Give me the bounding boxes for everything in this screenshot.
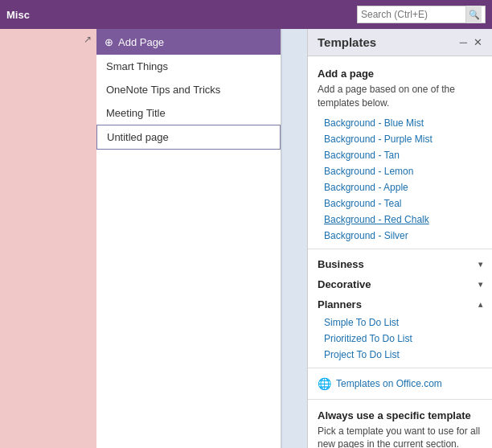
add-page-section-header: Add a page (308, 63, 492, 81)
page-list: Smart Things OneNote Tips and Tricks Mee… (96, 55, 281, 448)
always-template-title: Always use a specific template (318, 409, 482, 421)
misc-label: Misc (6, 9, 30, 21)
template-bg-blue[interactable]: Background - Blue Mist (308, 115, 492, 131)
search-input[interactable] (361, 9, 465, 20)
category-planners-label: Planners (318, 298, 362, 310)
add-page-section-desc: Add a page based on one of the templates… (308, 81, 492, 115)
template-bg-tan[interactable]: Background - Tan (308, 147, 492, 163)
office-link[interactable]: 🌐 Templates on Office.com (308, 373, 492, 394)
add-page-label: Add Page (118, 36, 164, 48)
templates-controls: ─ ✕ (460, 36, 482, 48)
template-prioritized-todo[interactable]: Prioritized To Do List (308, 331, 492, 347)
office-icon: 🌐 (318, 377, 331, 390)
templates-pin-button[interactable]: ─ (460, 36, 467, 48)
templates-title: Templates (318, 35, 376, 49)
search-button[interactable]: 🔍 (465, 6, 482, 23)
top-bar: Misc 🔍 (0, 0, 492, 29)
template-simple-todo[interactable]: Simple To Do List (308, 314, 492, 331)
template-bg-teal[interactable]: Background - Teal (308, 195, 492, 212)
template-bg-apple[interactable]: Background - Apple (308, 179, 492, 195)
list-item[interactable]: Untitled page (96, 125, 281, 150)
chevron-down-icon: ▾ (478, 260, 482, 269)
category-decorative-label: Decorative (318, 278, 371, 290)
list-item[interactable]: Meeting Title (96, 101, 281, 125)
templates-close-button[interactable]: ✕ (474, 36, 482, 48)
add-page-bar[interactable]: ⊕ Add Page (96, 29, 281, 55)
template-bg-purple[interactable]: Background - Purple Mist (308, 131, 492, 147)
expand-icon[interactable]: ↗ (84, 34, 92, 45)
separator3 (308, 399, 492, 400)
separator1 (308, 249, 492, 249)
template-project-todo[interactable]: Project To Do List (308, 347, 492, 363)
category-planners[interactable]: Planners ▴ (308, 294, 492, 314)
template-bg-silver[interactable]: Background - Silver (308, 228, 492, 244)
page-canvas (281, 29, 307, 448)
left-background: ↗ (0, 29, 96, 448)
category-business-label: Business (318, 258, 364, 270)
template-bg-redchalk[interactable]: Background - Red Chalk (308, 212, 492, 228)
separator2 (308, 368, 492, 368)
chevron-down-icon: ▾ (478, 280, 482, 289)
main-area: ↗ ⊕ Add Page Smart Things OneNote Tips a… (0, 29, 492, 448)
templates-panel: Templates ─ ✕ Add a page Add a page base… (307, 29, 492, 448)
templates-body: Add a page Add a page based on one of th… (308, 56, 492, 448)
always-template-desc: Pick a template you want to use for all … (318, 425, 482, 448)
category-decorative[interactable]: Decorative ▾ (308, 274, 492, 294)
list-item[interactable]: Smart Things (96, 55, 281, 78)
template-bg-lemon[interactable]: Background - Lemon (308, 163, 492, 179)
add-page-icon: ⊕ (105, 36, 113, 48)
always-template-section: Always use a specific template Pick a te… (308, 405, 492, 448)
list-item[interactable]: OneNote Tips and Tricks (96, 78, 281, 101)
chevron-up-icon: ▴ (478, 300, 482, 309)
office-link-label: Templates on Office.com (336, 378, 442, 389)
search-box: 🔍 (357, 6, 486, 23)
middle-section: ⊕ Add Page Smart Things OneNote Tips and… (96, 29, 281, 448)
category-business[interactable]: Business ▾ (308, 254, 492, 274)
templates-header: Templates ─ ✕ (308, 29, 492, 56)
